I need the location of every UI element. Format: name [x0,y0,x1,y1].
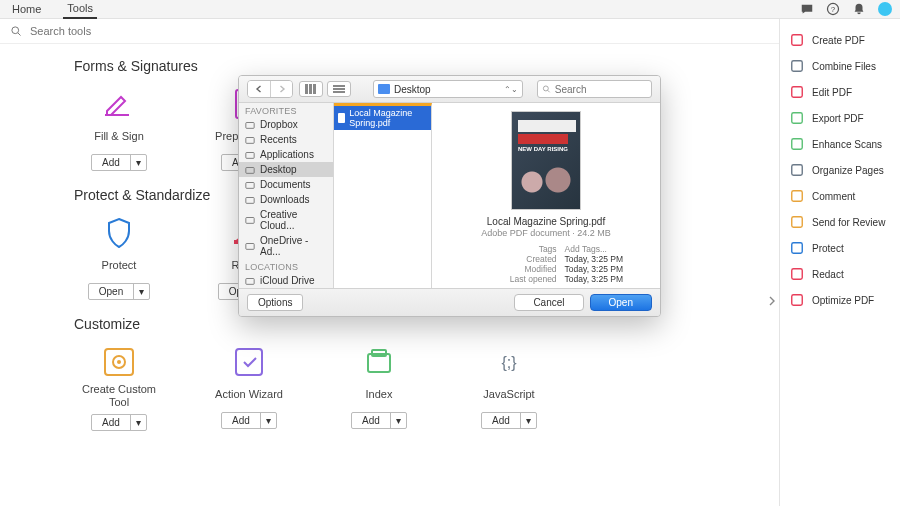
sidebar-label: Redact [812,269,844,280]
sidebar-item-export-pdf[interactable]: Export PDF [780,105,900,131]
svg-rect-37 [246,137,254,143]
tool-label: Action Wizard [215,383,283,407]
help-icon[interactable]: ? [826,2,840,16]
tab-tools[interactable]: Tools [63,0,97,19]
sidebar-item-organize-pages[interactable]: Organize Pages [780,157,900,183]
file-name: Local Magazine Spring.pdf [349,108,427,128]
tool-action-wizard[interactable]: Action Wizard Add▾ [204,346,294,431]
meta-tags-value[interactable]: Add Tags... [565,244,607,254]
view-list-button[interactable] [327,81,351,97]
tab-home[interactable]: Home [8,0,45,18]
top-tabs: Home Tools ? [0,0,900,19]
section-customize-title: Customize [74,316,761,332]
sidebar-label: Export PDF [812,113,864,124]
chevron-down-icon[interactable]: ▾ [260,413,276,428]
location-popup[interactable]: Desktop ⌃⌄ [373,80,523,98]
tool-fill-sign[interactable]: Fill & Sign Add▾ [74,88,164,171]
search-input[interactable] [30,25,769,37]
dialog-frame: Desktop ⌃⌄ Favorites DropboxRecentsAppli… [238,75,661,317]
svg-rect-39 [246,167,254,173]
svg-rect-28 [305,84,308,94]
folder-icon [245,195,255,205]
collapse-handle[interactable] [766,289,778,313]
tool-action-label: Add [482,413,520,428]
sidebar-item-desktop[interactable]: Desktop [239,162,333,177]
pdf-file-icon [338,113,345,123]
tool-action-label: Add [92,155,130,170]
sidebar-item-downloads[interactable]: Downloads [239,192,333,207]
preview-filename: Local Magazine Spring.pdf [487,216,605,227]
tool-label: Protect [102,254,137,278]
sidebar-item-protect[interactable]: Protect [780,235,900,261]
favorites-header: Favorites [239,103,333,117]
search-icon [542,84,551,94]
tool-action-button[interactable]: Add▾ [91,154,147,171]
sidebar-icon [790,85,804,99]
tool-icon [228,346,270,378]
folder-icon [245,135,255,145]
tool-action-button[interactable]: Add▾ [481,412,537,429]
options-button[interactable]: Options [247,294,303,311]
tool-javascript[interactable]: {;} JavaScript Add▾ [464,346,554,431]
chevron-down-icon[interactable]: ▾ [130,415,146,430]
sidebar-icon [790,163,804,177]
bell-icon[interactable] [852,2,866,16]
tool-action-label: Add [222,413,260,428]
view-columns-button[interactable] [299,81,323,97]
tool-label: Create Custom Tool [74,383,164,409]
nav-back-button[interactable] [248,81,270,97]
chat-icon[interactable] [800,2,814,16]
sidebar-item-documents[interactable]: Documents [239,177,333,192]
sidebar-item-recents[interactable]: Recents [239,132,333,147]
chevron-down-icon[interactable]: ▾ [390,413,406,428]
tool-index[interactable]: Index Add▾ [334,346,424,431]
sidebar-item-onedrive-ad-[interactable]: OneDrive - Ad... [239,233,333,259]
sidebar-item-optimize-pdf[interactable]: Optimize PDF [780,287,900,313]
sidebar-item-applications[interactable]: Applications [239,147,333,162]
chevron-down-icon[interactable]: ▾ [520,413,536,428]
svg-rect-33 [333,91,345,93]
dialog-sidebar: Favorites DropboxRecentsApplicationsDesk… [239,103,334,288]
chevron-down-icon[interactable]: ▾ [130,155,146,170]
sidebar-label: Create PDF [812,35,865,46]
sidebar-item-combine-files[interactable]: Combine Files [780,53,900,79]
tool-create-custom-tool[interactable]: Create Custom Tool Add▾ [74,346,164,431]
sidebar-item-send-for-review[interactable]: Send for Review [780,209,900,235]
preview-subtitle: Adobe PDF document · 24.2 MB [481,228,611,238]
sidebar-icon [790,293,804,307]
sidebar-item-redact[interactable]: Redact [780,261,900,287]
chevron-down-icon[interactable]: ▾ [133,284,149,299]
tool-action-button[interactable]: Open▾ [88,283,150,300]
sidebar-item-enhance-scans[interactable]: Enhance Scans [780,131,900,157]
sidebar-item-comment[interactable]: Comment [780,183,900,209]
meta-tags-key: Tags [440,244,557,254]
svg-point-2 [12,27,19,34]
tool-action-label: Add [352,413,390,428]
tool-icon [98,88,140,120]
sidebar-item-create-pdf[interactable]: Create PDF [780,27,900,53]
avatar[interactable] [878,2,892,16]
sidebar-item-creative-cloud-[interactable]: Creative Cloud... [239,207,333,233]
dialog-search-input[interactable] [555,84,647,95]
sidebar-item-dropbox[interactable]: Dropbox [239,117,333,132]
tool-icon [98,346,140,378]
sidebar-item-icloud-drive[interactable]: iCloud Drive [239,273,333,288]
svg-rect-25 [792,243,803,254]
chevron-updown-icon: ⌃⌄ [504,85,518,94]
right-sidebar: Create PDFCombine FilesEdit PDFExport PD… [780,19,900,506]
tool-action-button[interactable]: Add▾ [91,414,147,431]
sidebar-item-label: Creative Cloud... [260,209,327,231]
tool-protect[interactable]: Protect Open▾ [74,217,164,300]
nav-forward-button[interactable] [270,81,292,97]
svg-rect-36 [246,122,254,128]
file-item[interactable]: Local Magazine Spring.pdf [334,106,431,130]
cancel-button[interactable]: Cancel [514,294,583,311]
svg-rect-43 [246,244,254,250]
sidebar-item-label: Dropbox [260,119,298,130]
folder-icon [378,84,390,94]
svg-rect-41 [246,197,254,203]
sidebar-item-edit-pdf[interactable]: Edit PDF [780,79,900,105]
tool-action-button[interactable]: Add▾ [221,412,277,429]
tool-action-button[interactable]: Add▾ [351,412,407,429]
open-button[interactable]: Open [590,294,652,311]
